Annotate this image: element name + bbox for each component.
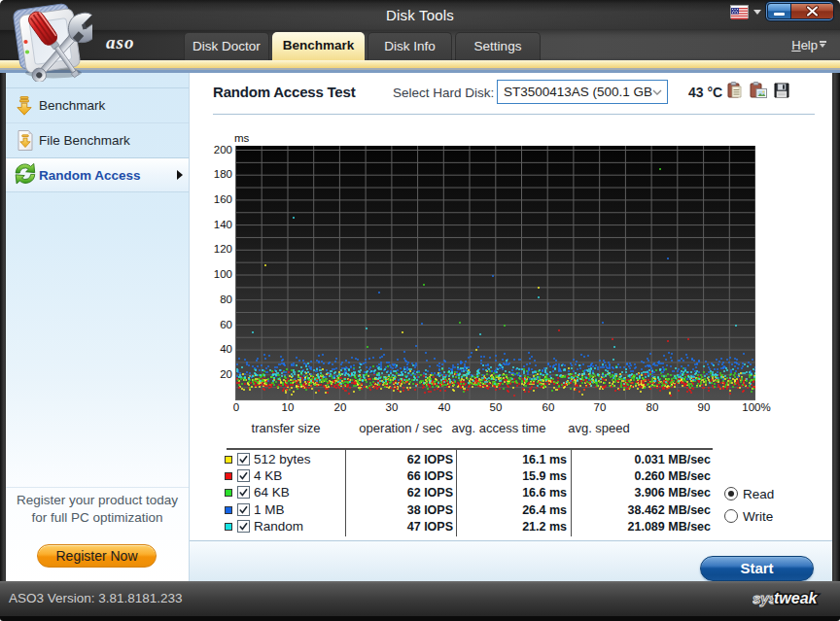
svg-text:tweak: tweak bbox=[774, 590, 819, 606]
